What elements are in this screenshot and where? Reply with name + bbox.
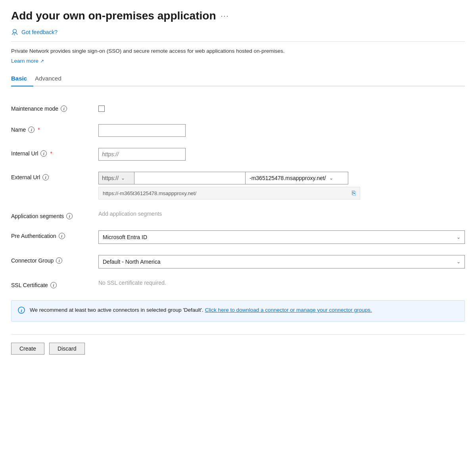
connector-group-row: Connector Group i Default - North Americ… bbox=[11, 249, 465, 274]
pre-auth-info-icon[interactable]: i bbox=[59, 233, 65, 239]
tab-advanced[interactable]: Advanced bbox=[33, 72, 68, 86]
app-segments-row: Application segments i Add application s… bbox=[11, 205, 465, 225]
form-section: Maintenance mode i Name i * Internal Url… bbox=[11, 98, 465, 294]
app-segments-label: Application segments i bbox=[11, 211, 90, 219]
external-url-info-icon[interactable]: i bbox=[42, 174, 49, 180]
internal-url-required-star: * bbox=[50, 150, 52, 157]
internal-url-input[interactable] bbox=[98, 148, 186, 161]
pre-auth-select[interactable]: Microsoft Entra ID ⌄ bbox=[98, 230, 465, 244]
page-title: Add your own on-premises application bbox=[11, 10, 216, 22]
connector-group-info-icon[interactable]: i bbox=[56, 257, 62, 264]
pre-auth-chevron-icon: ⌄ bbox=[457, 234, 461, 240]
footer-buttons: Create Discard bbox=[11, 343, 465, 355]
connector-group-label: Connector Group i bbox=[11, 255, 90, 264]
maintenance-mode-row: Maintenance mode i bbox=[11, 98, 465, 119]
learn-more-link[interactable]: Learn more ↗ bbox=[11, 58, 44, 64]
svg-point-0 bbox=[13, 29, 17, 33]
domain-chevron-icon: ⌄ bbox=[329, 175, 333, 181]
scheme-chevron-icon: ⌄ bbox=[121, 175, 125, 181]
internal-url-row: Internal Url i * bbox=[11, 142, 465, 166]
external-url-inputs-group: https:// ⌄ -m365125478.msappproxy.net/ ⌄… bbox=[98, 172, 465, 199]
external-url-domain-select[interactable]: -m365125478.msappproxy.net/ ⌄ bbox=[245, 172, 348, 184]
name-control bbox=[98, 124, 465, 137]
app-segments-control: Add application segments bbox=[98, 211, 465, 217]
ssl-row: SSL Certificate i No SSL certificate req… bbox=[11, 274, 465, 294]
info-banner-icon: i bbox=[18, 307, 25, 316]
pre-auth-label: Pre Authentication i bbox=[11, 230, 90, 239]
external-url-row: External Url i https:// ⌄ -m365125478.ms… bbox=[11, 166, 465, 205]
pre-auth-control: Microsoft Entra ID ⌄ bbox=[98, 230, 465, 244]
tab-bar: Basic Advanced bbox=[11, 72, 465, 86]
external-url-label: External Url i bbox=[11, 172, 90, 180]
top-divider bbox=[11, 41, 465, 42]
page-title-row: Add your own on-premises application ··· bbox=[11, 10, 465, 22]
info-banner: i We recommend at least two active conne… bbox=[11, 300, 465, 322]
maintenance-mode-info-icon[interactable]: i bbox=[61, 105, 67, 112]
connector-group-control: Default - North America ⌄ bbox=[98, 255, 465, 268]
name-info-icon[interactable]: i bbox=[28, 127, 35, 133]
internal-url-info-icon[interactable]: i bbox=[40, 150, 47, 157]
tab-basic[interactable]: Basic bbox=[11, 72, 33, 86]
name-label: Name i * bbox=[11, 124, 90, 133]
connector-group-select[interactable]: Default - North America ⌄ bbox=[98, 255, 465, 268]
ssl-value: No SSL certificate required. bbox=[98, 277, 166, 286]
connector-download-link[interactable]: Click here to download a connector or ma… bbox=[205, 307, 372, 313]
maintenance-mode-label: Maintenance mode i bbox=[11, 103, 90, 112]
ellipsis-menu-button[interactable]: ··· bbox=[221, 12, 229, 20]
external-url-text-input[interactable] bbox=[134, 172, 245, 184]
name-required-star: * bbox=[38, 127, 40, 133]
maintenance-mode-checkbox[interactable] bbox=[98, 105, 105, 112]
name-input[interactable] bbox=[98, 124, 186, 137]
ssl-control: No SSL certificate required. bbox=[98, 280, 465, 286]
create-button[interactable]: Create bbox=[11, 343, 44, 355]
copy-url-icon[interactable]: ⎘ bbox=[352, 190, 356, 197]
connector-group-chevron-icon: ⌄ bbox=[457, 259, 461, 265]
feedback-icon bbox=[11, 29, 18, 36]
pre-auth-row: Pre Authentication i Microsoft Entra ID … bbox=[11, 225, 465, 249]
maintenance-mode-control bbox=[98, 103, 465, 113]
internal-url-control bbox=[98, 148, 465, 161]
ssl-label: SSL Certificate i bbox=[11, 280, 90, 288]
external-url-preview: https://-m365t36125478.msappproxy.net/ ⎘ bbox=[98, 187, 360, 199]
external-url-scheme-select[interactable]: https:// ⌄ bbox=[98, 172, 134, 184]
info-banner-text: We recommend at least two active connect… bbox=[30, 306, 372, 314]
internal-url-label: Internal Url i * bbox=[11, 148, 90, 157]
svg-text:i: i bbox=[21, 308, 22, 313]
footer-divider bbox=[11, 334, 465, 335]
add-segments-placeholder[interactable]: Add application segments bbox=[98, 208, 162, 217]
ssl-info-icon[interactable]: i bbox=[50, 282, 57, 288]
feedback-label[interactable]: Got feedback? bbox=[21, 29, 58, 35]
name-row: Name i * bbox=[11, 119, 465, 142]
discard-button[interactable]: Discard bbox=[49, 343, 84, 355]
app-segments-info-icon[interactable]: i bbox=[66, 213, 73, 219]
external-link-icon: ↗ bbox=[40, 58, 44, 64]
page-description: Private Network provides single sign-on … bbox=[11, 47, 465, 55]
external-url-inputs: https:// ⌄ -m365125478.msappproxy.net/ ⌄ bbox=[98, 172, 465, 184]
feedback-row[interactable]: Got feedback? bbox=[11, 29, 465, 36]
external-url-control: https:// ⌄ -m365125478.msappproxy.net/ ⌄… bbox=[98, 172, 465, 199]
